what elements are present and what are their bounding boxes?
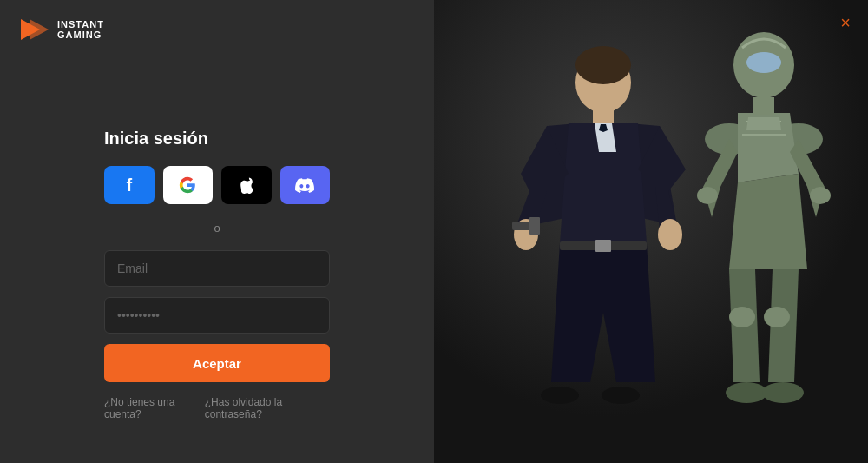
form-title: Inicia sesión [104, 129, 330, 149]
logo-icon [17, 14, 49, 45]
right-panel: × [434, 0, 868, 463]
svg-rect-22 [753, 97, 774, 115]
svg-rect-13 [595, 240, 611, 252]
discord-login-button[interactable] [280, 166, 331, 204]
svg-point-28 [810, 187, 831, 204]
logo-line1: INSTANT [57, 19, 104, 30]
svg-point-9 [658, 219, 682, 250]
facebook-icon: f [126, 175, 132, 195]
divider: o [104, 222, 330, 235]
social-buttons-row: f [104, 166, 330, 204]
forgot-password-link[interactable]: ¿Has olvidado la contraseña? [205, 396, 330, 420]
svg-point-19 [746, 52, 781, 73]
character-scene [434, 0, 868, 463]
facebook-login-button[interactable]: f [104, 166, 155, 204]
svg-point-23 [726, 382, 767, 403]
email-input[interactable] [104, 250, 330, 287]
discord-icon [295, 178, 314, 193]
google-login-button[interactable] [163, 166, 214, 204]
apple-login-button[interactable] [221, 166, 272, 204]
password-input[interactable] [104, 297, 330, 334]
google-icon [179, 176, 196, 194]
divider-text: o [214, 222, 220, 235]
divider-line-right [229, 228, 330, 228]
submit-button[interactable]: Aceptar [104, 344, 330, 382]
logo-line2: GAMING [57, 30, 104, 40]
svg-point-24 [762, 382, 804, 403]
svg-point-26 [764, 307, 790, 327]
apple-icon [239, 176, 254, 194]
svg-point-25 [729, 307, 755, 327]
no-account-link[interactable]: ¿No tienes una cuenta? [104, 396, 205, 420]
svg-point-27 [697, 187, 718, 204]
svg-marker-1 [30, 19, 49, 40]
left-panel: INSTANT GAMING Inicia sesión f [0, 0, 434, 463]
svg-rect-11 [529, 217, 540, 235]
svg-point-4 [575, 46, 631, 84]
svg-point-15 [602, 387, 640, 404]
divider-line-left [104, 228, 205, 228]
close-button[interactable]: × [835, 12, 856, 33]
form-container: Inicia sesión f [0, 111, 434, 438]
svg-point-14 [541, 387, 579, 404]
logo-text: INSTANT GAMING [57, 19, 104, 40]
header: INSTANT GAMING [0, 0, 434, 59]
links-row: ¿No tienes una cuenta? ¿Has olvidado la … [104, 396, 330, 420]
